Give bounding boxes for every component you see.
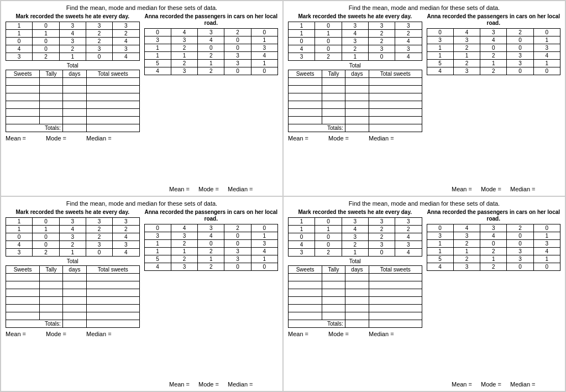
- q4-col-total-sweets: Total sweets: [369, 265, 422, 273]
- q3-mean-label: Mean =: [6, 331, 26, 337]
- q4-title: Find the mean, mode and median for these…: [288, 200, 560, 207]
- q4-median-label: Median =: [369, 331, 394, 337]
- q3-totals-sweets: [87, 320, 139, 327]
- q4-mean-label: Mean =: [288, 331, 308, 337]
- q2-title: Find the mean, mode and median for these…: [288, 4, 560, 11]
- q3-median-label: Median =: [86, 331, 112, 337]
- q2-anna-stats: Mean = Mode = Median =: [427, 185, 561, 192]
- q1-anna-mean-label: Mean =: [169, 186, 190, 192]
- q1-col-total-sweets: Total sweets: [87, 70, 139, 78]
- q1-anna-stats: Mean = Mode = Median =: [144, 185, 279, 192]
- quadrant-top-left: Find the mean, mode and median for these…: [1, 1, 283, 196]
- q3-mark-stats: Mean = Mode = Median =: [6, 330, 140, 337]
- q2-tally-top-label: Total: [349, 62, 361, 69]
- q4-totals-label: Totals:: [289, 320, 345, 327]
- q4-tally-table: Sweets Tally days Total sweets Totals:: [288, 265, 422, 328]
- q2-totals-label: Totals:: [289, 124, 345, 132]
- quadrant-bottom-right: Find the mean, mode and median for these…: [283, 196, 565, 392]
- q3-title: Find the mean, mode and median for these…: [6, 200, 278, 207]
- q4-totals-sweets: [369, 320, 422, 327]
- q3-col-tally: Tally: [40, 265, 63, 273]
- q3-anna-stats: Mean = Mode = Median =: [144, 380, 279, 388]
- q3-anna-table: 043203340112003112345213143200: [144, 224, 279, 271]
- quadrant-top-right: Find the mean, mode and median for these…: [283, 1, 565, 196]
- q1-mark-title: Mark recorded the sweets he ate every da…: [6, 13, 140, 20]
- quadrant-bottom-left: Find the mean, mode and median for these…: [1, 196, 283, 392]
- q1-anna-mode-label: Mode =: [198, 186, 219, 192]
- q1-col-tally: Tally: [40, 70, 63, 78]
- q4-mark-table: 1033311422003244023332104: [288, 217, 422, 257]
- q3-col-sweets: Sweets: [6, 265, 40, 273]
- q3-mark-table: 1033311422003244023332104: [6, 217, 140, 257]
- q2-totals-sweets: [369, 124, 422, 132]
- q3-tally-table: Sweets Tally days Total sweets Totals:: [6, 265, 140, 328]
- q3-anna-title: Anna recorded the passengers in cars on …: [144, 209, 279, 222]
- q4-col-sweets: Sweets: [289, 265, 322, 273]
- q3-anna-mean-label: Mean =: [169, 381, 190, 388]
- q1-col-days: days: [62, 70, 86, 78]
- q4-anna-stats: Mean = Mode = Median =: [427, 380, 561, 388]
- q2-anna-table: 043203340112003112345213143200: [427, 28, 561, 75]
- q4-anna-mode-label: Mode =: [481, 381, 501, 388]
- q2-mark-title: Mark recorded the sweets he ate every da…: [288, 13, 422, 20]
- q1-title: Find the mean, mode and median for these…: [6, 4, 278, 11]
- q1-mean-label: Mean =: [6, 135, 26, 142]
- q3-anna-mode-label: Mode =: [198, 381, 219, 388]
- q4-anna-mean-label: Mean =: [452, 381, 472, 388]
- q2-mark-table: 1033311422003244023332104: [288, 22, 422, 61]
- q2-anna-median-label: Median =: [510, 186, 536, 192]
- q1-mode-label: Mode =: [46, 135, 66, 142]
- q1-mark-table: 1033311422003244023332104: [6, 22, 140, 61]
- q1-tally-top-label: Total: [67, 62, 78, 69]
- q3-tally-top-label: Total: [67, 258, 78, 264]
- q4-mark-stats: Mean = Mode = Median =: [288, 330, 422, 337]
- worksheet-page: Find the mean, mode and median for these…: [0, 0, 566, 392]
- q2-col-sweets: Sweets: [289, 70, 322, 78]
- q1-totals-sweets: [87, 124, 139, 132]
- q2-tally-table: Sweets Tally days Total sweets Totals:: [288, 70, 422, 132]
- q4-col-days: days: [345, 265, 369, 273]
- q4-tally-top-label: Total: [349, 258, 361, 264]
- q2-totals-days: [345, 124, 369, 132]
- q2-col-total-sweets: Total sweets: [369, 70, 422, 78]
- q1-col-sweets: Sweets: [6, 70, 40, 78]
- q1-totals-label: Totals:: [6, 124, 63, 132]
- q1-anna-title: Anna recorded the passengers in cars on …: [144, 13, 279, 27]
- q4-anna-title: Anna recorded the passengers in cars on …: [427, 209, 561, 222]
- q4-mode-label: Mode =: [328, 331, 349, 337]
- q3-totals-days: [62, 320, 86, 327]
- q1-mark-stats: Mean = Mode = Median =: [6, 134, 140, 142]
- q1-anna-median-label: Median =: [228, 186, 253, 192]
- q2-anna-mean-label: Mean =: [452, 186, 472, 192]
- q1-median-label: Median =: [86, 135, 112, 142]
- q2-mode-label: Mode =: [328, 135, 349, 142]
- q2-col-tally: Tally: [322, 70, 345, 78]
- q3-col-total-sweets: Total sweets: [87, 265, 139, 273]
- q3-anna-median-label: Median =: [228, 381, 253, 388]
- q1-anna-table: 043203340112003112345213143200: [144, 28, 279, 75]
- q1-tally-table: Sweets Tally days Total sweets Totals:: [6, 70, 140, 132]
- q2-median-label: Median =: [369, 135, 394, 142]
- q4-totals-days: [345, 320, 369, 327]
- q3-col-days: days: [62, 265, 86, 273]
- q1-totals-days: [62, 124, 86, 132]
- q2-mark-stats: Mean = Mode = Median =: [288, 134, 422, 142]
- q4-col-tally: Tally: [322, 265, 345, 273]
- q4-anna-median-label: Median =: [510, 381, 536, 388]
- q2-mean-label: Mean =: [288, 135, 308, 142]
- q2-anna-mode-label: Mode =: [481, 186, 501, 192]
- q4-anna-table: 043203340112003112345213143200: [427, 224, 561, 271]
- q3-totals-label: Totals:: [6, 320, 63, 327]
- q2-anna-title: Anna recorded the passengers in cars on …: [427, 13, 561, 27]
- q4-mark-title: Mark recorded the sweets he ate every da…: [288, 209, 422, 216]
- q2-col-days: days: [345, 70, 369, 78]
- q3-mode-label: Mode =: [46, 331, 66, 337]
- q3-mark-title: Mark recorded the sweets he ate every da…: [6, 209, 140, 216]
